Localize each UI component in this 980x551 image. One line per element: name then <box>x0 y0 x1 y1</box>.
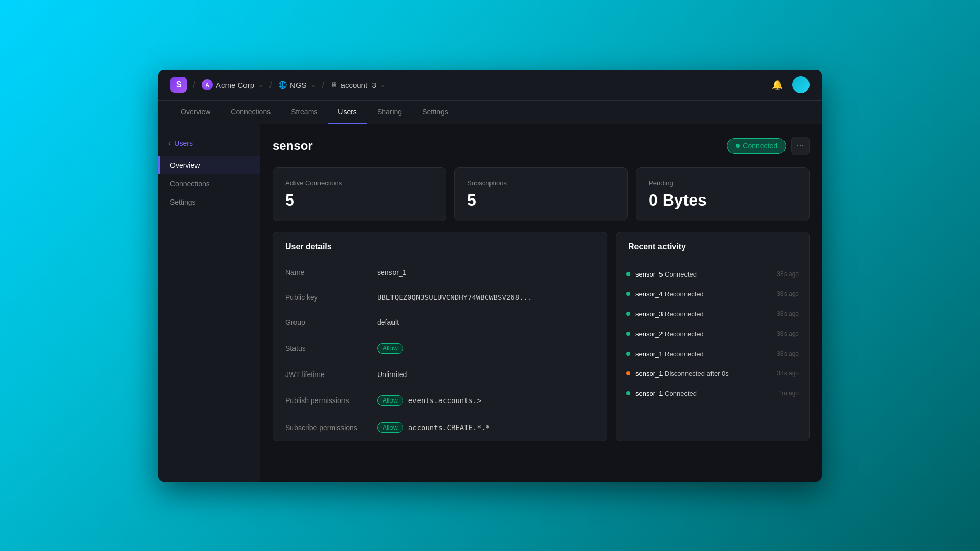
subscriptions-card: Subscriptions 5 <box>454 167 628 221</box>
activity-item: sensor_4 Reconnected 38s ago <box>616 284 809 304</box>
chevron-down-icon: ⌄ <box>258 81 263 88</box>
notification-bell-button[interactable]: 🔔 <box>769 76 786 93</box>
status-dot <box>736 144 740 148</box>
main-nav: Overview Connections Streams Users Shari… <box>158 101 822 124</box>
detail-value-group: default <box>377 318 399 327</box>
content-area: sensor Connected ··· Active Connections … <box>260 124 822 482</box>
activity-time: 38s ago <box>777 350 799 357</box>
sidebar-item-connections[interactable]: Connections <box>158 174 260 193</box>
nav-item-connections[interactable]: Connections <box>220 101 281 124</box>
network-breadcrumb[interactable]: 🌐 NGS ⌄ <box>278 81 316 89</box>
detail-row-group: Group default <box>273 310 607 335</box>
active-connections-value: 5 <box>285 191 433 210</box>
sidebar-item-settings[interactable]: Settings <box>158 193 260 211</box>
header-breadcrumb: S / A Acme Corp ⌄ / 🌐 NGS ⌄ / 🖥 account_… <box>170 77 385 93</box>
detail-value-name: sensor_1 <box>377 268 407 277</box>
activity-dot <box>626 371 630 375</box>
logo-icon: S <box>170 77 187 93</box>
activity-dot <box>626 352 630 356</box>
detail-row-publickey: Public key UBLTQEZ0QN3SULUVCNDHY74WBCWBS… <box>273 285 607 310</box>
activity-item-left: sensor_1 Disconnected after 0s <box>626 370 729 378</box>
activity-list: sensor_5 Connected 38s ago sensor_4 Reco… <box>616 260 809 408</box>
status-label: Connected <box>743 142 777 150</box>
detail-value-publish: events.accounts.> <box>408 396 481 405</box>
subscriptions-value: 5 <box>467 191 615 210</box>
activity-item: sensor_2 Reconnected 38s ago <box>616 324 809 344</box>
chevron-down-icon: ⌄ <box>311 81 316 88</box>
detail-row-status: Status Allow <box>273 335 607 362</box>
back-label: Users <box>174 139 193 147</box>
account-name: account_3 <box>341 81 376 89</box>
breadcrumb-sep-2: / <box>270 80 272 90</box>
recent-activity-card: Recent activity sensor_5 Connected 38s a… <box>616 232 810 441</box>
detail-label-subscribe: Subscribe permissions <box>285 423 377 432</box>
activity-dot <box>626 272 630 276</box>
activity-item: sensor_1 Reconnected 38s ago <box>616 344 809 364</box>
activity-item: sensor_3 Reconnected 38s ago <box>616 304 809 324</box>
detail-row-subscribe: Subscribe permissions Allow accounts.CRE… <box>273 414 607 441</box>
sidebar-item-overview[interactable]: Overview <box>158 156 260 174</box>
subscribe-allow-badge: Allow <box>377 422 403 433</box>
globe-icon: 🌐 <box>278 81 287 89</box>
activity-text: sensor_1 Connected <box>635 390 697 397</box>
detail-label-name: Name <box>285 268 377 277</box>
user-details-card: User details Name sensor_1 Public key UB… <box>273 232 607 441</box>
active-connections-card: Active Connections 5 <box>273 167 446 221</box>
bottom-section: User details Name sensor_1 Public key UB… <box>273 232 810 441</box>
activity-dot <box>626 292 630 296</box>
stats-row: Active Connections 5 Subscriptions 5 Pen… <box>273 167 810 221</box>
breadcrumb-sep-1: / <box>193 80 195 90</box>
activity-time: 1m ago <box>778 390 799 397</box>
activity-item-left: sensor_5 Connected <box>626 270 697 278</box>
activity-item-left: sensor_3 Reconnected <box>626 310 704 318</box>
activity-item-left: sensor_2 Reconnected <box>626 330 704 338</box>
publish-allow-badge: Allow <box>377 395 403 406</box>
activity-time: 38s ago <box>777 290 799 297</box>
user-avatar[interactable] <box>792 76 810 93</box>
detail-label-group: Group <box>285 318 377 327</box>
detail-value-subscribe: accounts.CREATE.*.* <box>408 423 490 432</box>
activity-time: 38s ago <box>777 310 799 317</box>
activity-item: sensor_1 Connected 1m ago <box>616 384 809 404</box>
user-details-title: User details <box>273 232 607 260</box>
page-actions: Connected ··· <box>727 137 810 155</box>
nav-item-settings[interactable]: Settings <box>412 101 458 124</box>
detail-value-jwt: Unlimited <box>377 370 407 379</box>
activity-time: 38s ago <box>777 270 799 278</box>
detail-row-publish: Publish permissions Allow events.account… <box>273 387 607 414</box>
account-breadcrumb[interactable]: 🖥 account_3 ⌄ <box>331 81 385 89</box>
more-options-button[interactable]: ··· <box>791 137 810 155</box>
org-breadcrumb[interactable]: A Acme Corp ⌄ <box>202 79 263 90</box>
detail-row-name: Name sensor_1 <box>273 260 607 285</box>
detail-value-publickey: UBLTQEZ0QN3SULUVCNDHY74WBCWBSV268... <box>377 293 532 302</box>
back-to-users-button[interactable]: ‹ Users <box>158 135 260 152</box>
pending-value: 0 Bytes <box>649 191 797 210</box>
recent-activity-title: Recent activity <box>616 232 809 260</box>
nav-item-sharing[interactable]: Sharing <box>367 101 412 124</box>
activity-item: sensor_1 Disconnected after 0s 38s ago <box>616 364 809 384</box>
activity-dot <box>626 332 630 336</box>
activity-text: sensor_5 Connected <box>635 270 697 278</box>
detail-label-publish: Publish permissions <box>285 396 377 405</box>
detail-row-jwt: JWT lifetime Unlimited <box>273 362 607 387</box>
nav-item-users[interactable]: Users <box>328 101 367 124</box>
activity-text: sensor_1 Disconnected after 0s <box>635 370 729 378</box>
pending-card: Pending 0 Bytes <box>636 167 810 221</box>
activity-dot <box>626 391 630 395</box>
activity-item-left: sensor_1 Reconnected <box>626 350 704 358</box>
nav-item-streams[interactable]: Streams <box>281 101 328 124</box>
detail-label-publickey: Public key <box>285 293 377 302</box>
breadcrumb-sep-3: / <box>322 80 325 90</box>
detail-label-jwt: JWT lifetime <box>285 370 377 379</box>
active-connections-label: Active Connections <box>285 179 433 187</box>
page-header: sensor Connected ··· <box>273 137 810 155</box>
activity-item: sensor_5 Connected 38s ago <box>616 264 809 284</box>
activity-dot <box>626 312 630 316</box>
nav-item-overview[interactable]: Overview <box>170 101 220 124</box>
activity-item-left: sensor_4 Reconnected <box>626 290 704 298</box>
back-arrow-icon: ‹ <box>168 139 171 148</box>
activity-time: 38s ago <box>777 370 799 377</box>
chevron-down-icon: ⌄ <box>380 81 385 88</box>
activity-text: sensor_1 Reconnected <box>635 350 704 358</box>
main-layout: ‹ Users Overview Connections Settings se… <box>158 124 822 482</box>
